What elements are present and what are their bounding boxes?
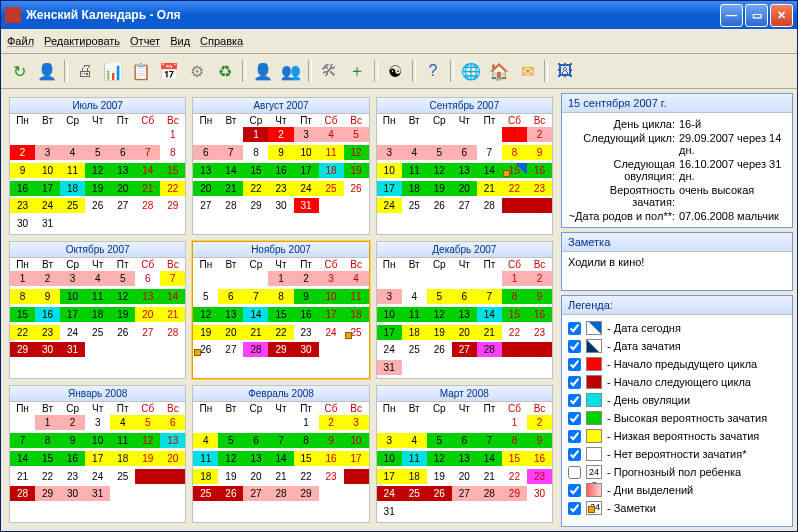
day-cell[interactable]: 7 [477,289,502,304]
day-cell[interactable]: 20 [452,469,477,484]
day-cell[interactable]: 4 [193,433,218,448]
day-cell[interactable]: 10 [319,289,344,304]
day-cell[interactable]: 6 [452,433,477,448]
day-cell[interactable]: 3 [377,289,402,304]
day-cell[interactable]: 29 [243,198,268,213]
day-cell[interactable]: 4 [402,145,427,160]
day-cell[interactable]: 2 [60,415,85,430]
day-cell[interactable]: 22 [502,181,527,196]
day-cell[interactable]: 6 [452,289,477,304]
day-cell[interactable]: 25 [110,469,135,484]
legend-checkbox[interactable] [568,322,581,335]
day-cell[interactable]: 15 [502,451,527,466]
day-cell[interactable]: 10 [377,307,402,322]
day-cell[interactable]: 9 [10,163,35,178]
help-icon[interactable]: ? [420,58,446,84]
day-cell[interactable]: 6 [110,145,135,160]
list-icon[interactable]: 📋 [128,58,154,84]
day-cell[interactable]: 16 [294,307,319,322]
day-cell[interactable]: 8 [243,145,268,160]
recycle-icon[interactable]: ♻ [212,58,238,84]
day-cell[interactable]: 11 [402,451,427,466]
day-cell[interactable]: 5 [427,289,452,304]
day-cell[interactable]: 22 [502,325,527,340]
month-title[interactable]: Август 2007 [193,98,368,114]
day-cell[interactable]: 23 [527,325,552,340]
day-cell[interactable]: 9 [527,289,552,304]
day-cell[interactable]: 12 [135,433,160,448]
day-cell[interactable]: 25 [344,325,369,340]
gear-icon[interactable]: ⚙ [184,58,210,84]
month-title[interactable]: Декабрь 2007 [377,242,552,258]
day-cell[interactable]: 21 [160,307,185,322]
day-cell[interactable]: 29 [502,342,527,357]
day-cell[interactable]: 11 [60,163,85,178]
day-cell[interactable]: 22 [243,181,268,196]
legend-checkbox[interactable] [568,412,581,425]
day-cell[interactable]: 5 [193,289,218,304]
day-cell[interactable]: 26 [427,486,452,501]
maximize-button[interactable]: ▭ [745,4,768,27]
day-cell[interactable]: 14 [477,307,502,322]
day-cell[interactable]: 16 [527,451,552,466]
day-cell[interactable]: 16 [527,163,552,178]
day-cell[interactable]: 8 [268,289,293,304]
day-cell[interactable]: 15 [502,163,527,178]
month-title[interactable]: Июль 2007 [10,98,185,114]
day-cell[interactable]: 7 [268,433,293,448]
day-cell[interactable]: 23 [527,469,552,484]
day-cell[interactable]: 31 [294,198,319,213]
day-cell[interactable]: 19 [110,307,135,322]
note-text[interactable]: Ходили в кино! [562,252,792,290]
day-cell[interactable]: 24 [344,469,369,484]
day-cell[interactable]: 29 [268,342,293,357]
day-cell[interactable]: 31 [377,504,402,519]
day-cell[interactable]: 25 [402,486,427,501]
day-cell[interactable]: 7 [10,433,35,448]
day-cell[interactable]: 22 [35,469,60,484]
day-cell[interactable]: 4 [344,271,369,286]
day-cell[interactable]: 11 [85,289,110,304]
user-icon[interactable]: 👤 [34,58,60,84]
day-cell[interactable]: 14 [160,289,185,304]
day-cell[interactable]: 18 [344,307,369,322]
day-cell[interactable]: 30 [10,216,35,231]
day-cell[interactable]: 22 [294,469,319,484]
day-cell[interactable]: 21 [243,325,268,340]
day-cell[interactable]: 9 [268,145,293,160]
day-cell[interactable]: 14 [218,163,243,178]
day-cell[interactable]: 2 [35,271,60,286]
day-cell[interactable]: 15 [502,307,527,322]
day-cell[interactable]: 4 [60,145,85,160]
day-cell[interactable]: 23 [294,325,319,340]
photo-icon[interactable]: 🖼 [552,58,578,84]
day-cell[interactable]: 22 [502,469,527,484]
day-cell[interactable]: 8 [160,145,185,160]
day-cell[interactable]: 18 [193,469,218,484]
day-cell[interactable]: 1 [268,271,293,286]
day-cell[interactable]: 22 [160,181,185,196]
day-cell[interactable]: 24 [377,342,402,357]
day-cell[interactable]: 27 [110,198,135,213]
day-cell[interactable]: 30 [294,342,319,357]
legend-checkbox[interactable] [568,340,581,353]
day-cell[interactable]: 2 [527,271,552,286]
day-cell[interactable]: 26 [135,469,160,484]
day-cell[interactable]: 20 [243,469,268,484]
yinyang-icon[interactable]: ☯ [382,58,408,84]
day-cell[interactable]: 14 [477,451,502,466]
day-cell[interactable]: 21 [477,469,502,484]
day-cell[interactable]: 19 [427,181,452,196]
day-cell[interactable]: 10 [344,433,369,448]
day-cell[interactable]: 19 [135,451,160,466]
day-cell[interactable]: 1 [502,271,527,286]
day-cell[interactable]: 14 [477,163,502,178]
day-cell[interactable]: 27 [193,198,218,213]
day-cell[interactable]: 29 [502,486,527,501]
day-cell[interactable]: 10 [35,163,60,178]
day-cell[interactable]: 21 [218,181,243,196]
day-cell[interactable]: 2 [268,127,293,142]
day-cell[interactable]: 30 [527,486,552,501]
day-cell[interactable]: 13 [243,451,268,466]
month-title[interactable]: Сентябрь 2007 [377,98,552,114]
